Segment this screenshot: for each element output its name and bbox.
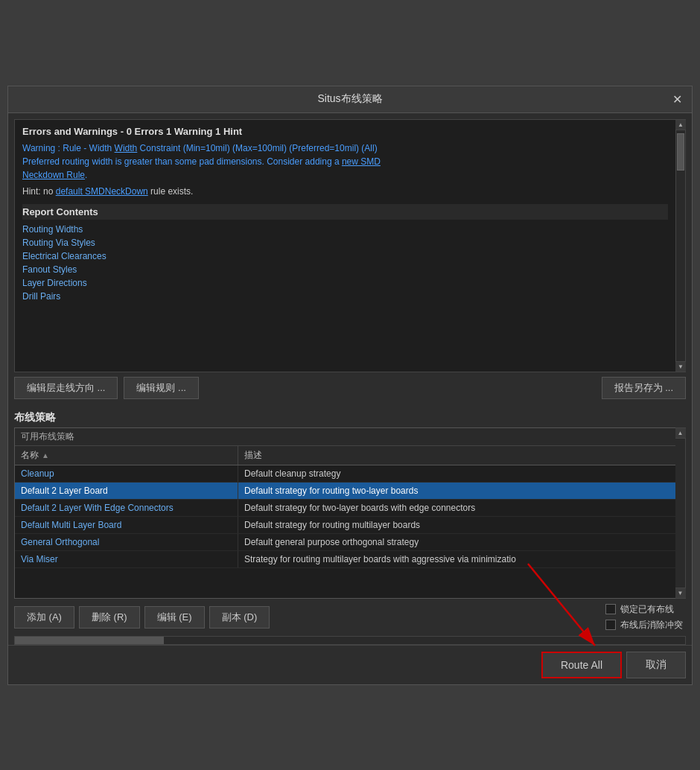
scroll-down-arrow[interactable]: ▼ [675, 361, 686, 372]
lock-routed-item: 锁定已有布线 [605, 603, 683, 616]
report-scrollbar: ▲ ▼ [675, 119, 686, 372]
main-dialog: Situs布线策略 ✕ Errors and Warnings - 0 Erro… [7, 86, 693, 685]
warning-text: Warning : Rule - Width Width Constraint … [22, 141, 668, 182]
scroll-up-arrow[interactable]: ▲ [675, 120, 686, 130]
warning-label: Warning : Rule - Width [22, 143, 115, 153]
table-row[interactable]: Cleanup Default cleanup strategy [15, 465, 675, 483]
width-link[interactable]: Width [115, 143, 138, 153]
smdneckdown-link[interactable]: default SMDNeckDown [56, 186, 148, 197]
remove-conflicts-label: 布线后消除冲突 [620, 619, 683, 631]
table-scrollbar: ▲ ▼ [675, 427, 686, 599]
report-inner: Errors and Warnings - 0 Errors 1 Warning… [15, 120, 675, 309]
dialog-title: Situs布线策略 [317, 92, 382, 106]
bottom-action-bar: Route All 取消 [8, 645, 692, 684]
h-scrollbar-thumb [15, 637, 164, 644]
title-bar: Situs布线策略 ✕ [8, 86, 692, 113]
row-desc-orthogonal: Default general purpose orthogonal strat… [238, 534, 675, 550]
report-item-drill-pairs[interactable]: Drill Pairs [22, 290, 668, 303]
edit-strategy-button[interactable]: 编辑 (E) [144, 606, 205, 629]
report-wrapper: Errors and Warnings - 0 Errors 1 Warning… [14, 119, 686, 372]
add-strategy-button[interactable]: 添加 (A) [14, 606, 74, 629]
row-name-default2layer: Default 2 Layer Board [15, 483, 238, 499]
table-row[interactable]: Via Miser Strategy for routing multilaye… [15, 551, 675, 568]
strategy-table: 可用布线策略 名称 ▲ 描述 Cleanup Default cleanup s… [14, 427, 675, 599]
report-buttons: 编辑层走线方向 ... 编辑规则 ... 报告另存为 ... [8, 372, 692, 404]
row-name-cleanup: Cleanup [15, 465, 238, 482]
row-desc-viamiser: Strategy for routing multilayer boards w… [238, 551, 675, 567]
report-items-list: Routing Widths Routing Via Styles Electr… [22, 223, 668, 303]
table-outer: 可用布线策略 名称 ▲ 描述 Cleanup Default cleanup s… [14, 427, 686, 599]
hint-text: Hint: no default SMDNeckDown rule exists… [22, 185, 668, 198]
strategy-section: 布线策略 [8, 404, 692, 427]
table-header: 名称 ▲ 描述 [15, 446, 675, 465]
table-scroll-down[interactable]: ▼ [675, 588, 686, 598]
table-row-selected[interactable]: Default 2 Layer Board Default strategy f… [15, 483, 675, 500]
edit-rules-button[interactable]: 编辑规则 ... [124, 377, 198, 399]
report-item-routing-widths[interactable]: Routing Widths [22, 223, 668, 236]
edit-layer-directions-button[interactable]: 编辑层走线方向 ... [14, 377, 118, 399]
strategy-action-buttons: 添加 (A) 删除 (R) 编辑 (E) 副本 (D) 锁定已有布线 布线后消除… [8, 599, 692, 636]
report-item-routing-via-styles[interactable]: Routing Via Styles [22, 236, 668, 249]
report-item-layer-directions[interactable]: Layer Directions [22, 276, 668, 290]
report-item-electrical-clearances[interactable]: Electrical Clearances [22, 249, 668, 263]
save-report-button[interactable]: 报告另存为 ... [602, 377, 686, 399]
duplicate-strategy-button[interactable]: 副本 (D) [209, 606, 270, 629]
horizontal-scrollbar[interactable] [14, 636, 686, 645]
col-name-header: 名称 ▲ [15, 446, 238, 465]
errors-title: Errors and Warnings - 0 Errors 1 Warning… [22, 126, 668, 137]
row-desc-multilayer: Default strategy for routing multilayer … [238, 517, 675, 533]
route-all-button[interactable]: Route All [541, 652, 622, 678]
button-spacer [205, 377, 596, 399]
row-name-default2layer-edge: Default 2 Layer With Edge Connectors [15, 500, 238, 516]
row-name-viamiser: Via Miser [15, 551, 238, 567]
cancel-button[interactable]: 取消 [626, 652, 686, 678]
report-item-fanout-styles[interactable]: Fanout Styles [22, 263, 668, 276]
remove-conflicts-checkbox[interactable] [605, 620, 616, 630]
col-desc-header: 描述 [238, 446, 675, 465]
row-desc-default2layer-edge: Default strategy for two-layer boards wi… [238, 500, 675, 516]
report-scroll-area: Errors and Warnings - 0 Errors 1 Warning… [14, 119, 675, 372]
available-label: 可用布线策略 [15, 428, 675, 446]
table-scroll-up[interactable]: ▲ [675, 428, 686, 439]
close-button[interactable]: ✕ [668, 90, 686, 108]
sort-arrow: ▲ [42, 451, 49, 459]
row-desc-cleanup: Default cleanup strategy [238, 465, 675, 482]
row-name-multilayer: Default Multi Layer Board [15, 517, 238, 533]
table-row[interactable]: Default 2 Layer With Edge Connectors Def… [15, 500, 675, 517]
checkbox-options: 锁定已有布线 布线后消除冲突 [605, 603, 686, 631]
scroll-thumb[interactable] [677, 133, 684, 171]
table-row[interactable]: General Orthogonal Default general purpo… [15, 534, 675, 551]
lock-routed-label: 锁定已有布线 [620, 603, 674, 616]
row-desc-default2layer: Default strategy for routing two-layer b… [238, 483, 675, 499]
warning-period: . [85, 170, 87, 180]
table-row[interactable]: Default Multi Layer Board Default strate… [15, 517, 675, 534]
strategy-section-title: 布线策略 [14, 407, 686, 427]
row-name-orthogonal: General Orthogonal [15, 534, 238, 550]
col-name-label: 名称 [21, 449, 39, 462]
lock-routed-checkbox[interactable] [605, 604, 616, 614]
report-contents-title: Report Contents [22, 204, 668, 220]
remove-conflicts-item: 布线后消除冲突 [605, 619, 683, 631]
delete-strategy-button[interactable]: 删除 (R) [79, 606, 140, 629]
